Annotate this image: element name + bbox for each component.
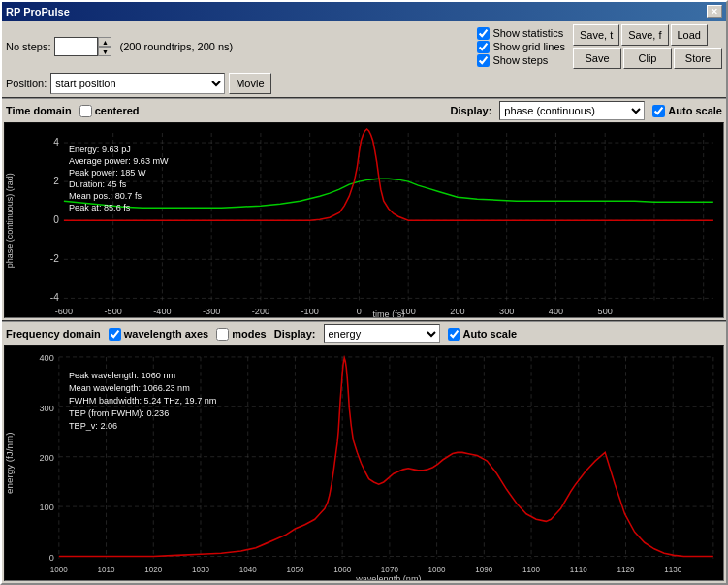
- svg-text:Duration:     45 fs: Duration: 45 fs: [69, 179, 127, 189]
- svg-text:300: 300: [40, 403, 54, 413]
- freq-domain-header: Frequency domain wavelength axes modes D…: [2, 320, 726, 345]
- svg-text:1130: 1130: [664, 565, 681, 574]
- main-window: RP ProPulse ✕ No steps: 200 ▲ ▼ (200 rou…: [0, 0, 728, 585]
- svg-text:TBP_v:            2.06: TBP_v: 2.06: [69, 420, 117, 431]
- wavelength-axes-checkbox[interactable]: [109, 328, 121, 341]
- svg-text:Peak power:  185 W: Peak power: 185 W: [69, 168, 146, 178]
- svg-text:-4: -4: [50, 292, 59, 303]
- close-button[interactable]: ✕: [707, 5, 722, 18]
- auto-scale-checkbox-td[interactable]: [652, 105, 665, 117]
- window-title: RP ProPulse: [6, 6, 70, 17]
- auto-scale-label-fd: Auto scale: [463, 328, 518, 340]
- modes-checkbox[interactable]: [216, 328, 229, 341]
- wavelength-axes-label: wavelength axes: [124, 328, 208, 340]
- no-steps-label: No steps:: [6, 41, 50, 52]
- modes-label: modes: [232, 328, 266, 340]
- svg-text:1110: 1110: [570, 565, 587, 574]
- svg-text:Peak wavelength:  1060 nm: Peak wavelength: 1060 nm: [69, 370, 175, 380]
- svg-text:phase (continuous) (rad): phase (continuous) (rad): [5, 173, 15, 268]
- svg-text:4: 4: [53, 137, 59, 147]
- svg-text:1020: 1020: [144, 565, 162, 574]
- show-steps-label: Show steps: [492, 54, 548, 66]
- centered-label: centered: [95, 105, 140, 116]
- svg-text:100: 100: [40, 503, 54, 513]
- svg-text:Mean wavelength:  1066.23 nm: Mean wavelength: 1066.23 nm: [69, 382, 190, 393]
- step-info: (200 roundtrips, 200 ns): [119, 41, 233, 52]
- position-label: Position:: [6, 78, 47, 89]
- svg-text:1010: 1010: [98, 565, 115, 574]
- svg-text:1000: 1000: [50, 565, 68, 574]
- svg-text:400: 400: [549, 307, 563, 316]
- movie-button[interactable]: Movie: [229, 73, 270, 94]
- freq-domain-svg: 400 300 200 100 0 1000 1010 1020 1030 10…: [5, 346, 723, 580]
- svg-text:Energy:       9.63 pJ: Energy: 9.63 pJ: [69, 145, 131, 154]
- svg-text:-2: -2: [50, 253, 59, 264]
- show-statistics-label: Show statistics: [492, 27, 563, 39]
- svg-text:1080: 1080: [428, 565, 446, 574]
- spinner-up[interactable]: ▲: [98, 37, 111, 47]
- position-select[interactable]: start position: [50, 73, 225, 94]
- svg-text:0: 0: [357, 307, 362, 316]
- svg-text:Average power:  9.63 mW: Average power: 9.63 mW: [69, 156, 169, 166]
- checkboxes-area: Show statistics Show grid lines Show ste…: [477, 27, 565, 67]
- svg-text:1120: 1120: [617, 565, 634, 574]
- svg-text:0: 0: [49, 552, 54, 563]
- show-statistics-checkbox[interactable]: [477, 27, 490, 40]
- display-select-fd[interactable]: energy: [324, 324, 440, 343]
- save-button[interactable]: Save: [573, 48, 621, 69]
- svg-text:200: 200: [40, 452, 54, 463]
- svg-text:300: 300: [499, 307, 514, 316]
- auto-scale-label-td: Auto scale: [668, 105, 722, 116]
- svg-text:0: 0: [53, 214, 59, 225]
- no-steps-spinner[interactable]: 200 ▲ ▼: [54, 37, 111, 56]
- svg-text:2: 2: [53, 176, 59, 186]
- show-steps-checkbox[interactable]: [477, 54, 490, 67]
- save-f-button[interactable]: Save, f: [621, 24, 668, 46]
- title-bar: RP ProPulse ✕: [2, 2, 726, 21]
- load-button[interactable]: Load: [671, 24, 708, 46]
- save-t-button[interactable]: Save, t: [573, 24, 619, 46]
- svg-text:1050: 1050: [286, 565, 303, 574]
- svg-text:1090: 1090: [475, 565, 492, 574]
- freq-domain-title: Frequency domain: [6, 328, 101, 340]
- svg-text:1100: 1100: [522, 565, 540, 574]
- svg-text:-300: -300: [203, 307, 220, 316]
- clip-button[interactable]: Clip: [623, 48, 672, 69]
- svg-text:-500: -500: [105, 307, 122, 316]
- svg-text:-600: -600: [55, 307, 73, 316]
- svg-text:-400: -400: [153, 307, 171, 316]
- svg-text:Peak at:     85.6 fs: Peak at: 85.6 fs: [69, 203, 131, 212]
- centered-checkbox[interactable]: [79, 105, 92, 117]
- show-grid-lines-checkbox[interactable]: [477, 41, 490, 53]
- time-domain-header: Time domain centered Display: phase (con…: [2, 97, 726, 122]
- store-button[interactable]: Store: [674, 48, 722, 69]
- svg-text:500: 500: [598, 307, 613, 316]
- svg-text:1040: 1040: [239, 565, 257, 574]
- svg-text:1060: 1060: [333, 565, 351, 574]
- svg-text:-100: -100: [301, 307, 319, 316]
- auto-scale-checkbox-fd[interactable]: [448, 328, 460, 341]
- time-domain-chart: 4 2 0 -2 -4 -600 -500 -400 -300 -200 -10…: [4, 122, 724, 318]
- svg-text:energy (fJ/nm): energy (fJ/nm): [5, 433, 15, 494]
- svg-text:time (fs): time (fs): [372, 310, 404, 318]
- svg-text:200: 200: [450, 307, 464, 316]
- show-grid-lines-label: Show grid lines: [492, 41, 565, 52]
- time-domain-title: Time domain: [6, 105, 72, 116]
- time-domain-svg: 4 2 0 -2 -4 -600 -500 -400 -300 -200 -10…: [5, 123, 723, 317]
- svg-text:400: 400: [40, 352, 54, 363]
- svg-text:FWHM bandwidth:  5.24 THz, 19.: FWHM bandwidth: 5.24 THz, 19.7 nm: [69, 395, 217, 406]
- freq-domain-chart: 400 300 200 100 0 1000 1010 1020 1030 10…: [4, 345, 724, 581]
- svg-text:-200: -200: [252, 307, 269, 316]
- display-label-fd: Display:: [274, 328, 316, 340]
- spinner-down[interactable]: ▼: [98, 47, 111, 56]
- svg-text:TBP (from FWHM):  0.236: TBP (from FWHM): 0.236: [69, 407, 169, 418]
- display-label-td: Display:: [451, 105, 492, 116]
- svg-text:1030: 1030: [192, 565, 209, 574]
- svg-text:Mean pos.:   80.7 fs: Mean pos.: 80.7 fs: [69, 191, 142, 201]
- svg-text:wavelength (nm): wavelength (nm): [355, 573, 421, 580]
- display-select-td[interactable]: phase (continuous): [499, 101, 645, 120]
- no-steps-input[interactable]: 200: [54, 37, 98, 56]
